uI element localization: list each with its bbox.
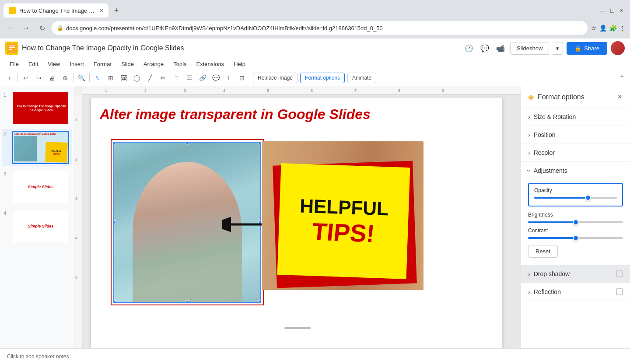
reload-btn[interactable]: ↻ xyxy=(36,22,48,34)
handle-ml[interactable] xyxy=(113,220,116,224)
position-label: Position xyxy=(534,131,623,138)
address-input[interactable]: 🔒 docs.google.com/presentation/d/1UEtKEn… xyxy=(52,21,588,35)
app-logo xyxy=(5,42,18,55)
svg-text:2: 2 xyxy=(75,157,77,161)
lock-icon: 🔒 xyxy=(574,45,581,52)
format-options-btn[interactable]: Format options xyxy=(300,73,345,83)
paint-format-btn[interactable]: ⊕ xyxy=(59,72,71,84)
contrast-slider-thumb[interactable] xyxy=(573,235,579,241)
tab-favicon xyxy=(9,7,16,14)
menu-edit[interactable]: Edit xyxy=(24,59,42,69)
list-btn[interactable]: ☰ xyxy=(183,72,196,84)
forward-btn[interactable]: → xyxy=(20,22,32,34)
back-btn[interactable]: ← xyxy=(4,22,17,34)
comments-icon[interactable]: 💬 xyxy=(479,42,491,54)
reset-button[interactable]: Reset xyxy=(528,245,558,258)
svg-text:1: 1 xyxy=(75,118,77,122)
recolor-chevron: › xyxy=(528,149,530,156)
brightness-slider-thumb[interactable] xyxy=(573,219,579,225)
contrast-slider-track[interactable] xyxy=(528,237,623,239)
undo-btn[interactable]: ↩ xyxy=(20,72,32,84)
add-btn[interactable]: + xyxy=(4,72,16,84)
user-avatar[interactable] xyxy=(611,41,625,55)
align-btn[interactable]: ≡ xyxy=(170,72,182,84)
handle-tc[interactable] xyxy=(186,142,189,144)
menu-extensions[interactable]: Extensions xyxy=(192,59,229,69)
zoom-btn[interactable]: 🔍 xyxy=(75,72,88,84)
drop-shadow-section: › Drop shadow xyxy=(521,265,630,283)
profile-icon[interactable]: 👤 xyxy=(599,24,607,32)
reflection-section: › Reflection xyxy=(521,283,630,301)
slide-thumb-3[interactable]: 3 Simple Slides xyxy=(2,168,72,205)
opacity-slider-track[interactable] xyxy=(534,197,617,199)
text-box-btn[interactable]: T xyxy=(223,72,235,84)
reflection-header[interactable]: › Reflection xyxy=(521,283,630,301)
redo-btn[interactable]: ↪ xyxy=(33,72,45,84)
speaker-notes[interactable]: Click to add speaker notes xyxy=(0,348,630,364)
menu-insert[interactable]: Insert xyxy=(65,59,88,69)
drop-shadow-header[interactable]: › Drop shadow xyxy=(521,265,630,283)
opacity-slider-thumb[interactable] xyxy=(585,195,591,201)
drop-shadow-checkbox[interactable] xyxy=(616,270,623,277)
maximize-btn[interactable]: □ xyxy=(610,7,614,14)
menu-arrange[interactable]: Arrange xyxy=(139,59,168,69)
handle-bc[interactable] xyxy=(186,300,189,303)
slideshow-dropdown[interactable]: ▾ xyxy=(553,42,563,55)
format-panel-header: ◈ Format options × xyxy=(521,86,630,108)
grid-btn[interactable]: ⊞ xyxy=(105,72,117,84)
drop-shadow-chevron: › xyxy=(528,270,530,277)
print-btn[interactable]: 🖨 xyxy=(46,72,58,84)
pencil-btn[interactable]: ✏ xyxy=(157,72,169,84)
svg-text:8: 8 xyxy=(398,88,400,93)
adjustments-header[interactable]: › Adjustments xyxy=(521,162,630,179)
video-icon[interactable]: 📹 xyxy=(494,42,507,54)
menu-view[interactable]: View xyxy=(43,59,64,69)
position-header[interactable]: › Position xyxy=(521,126,630,144)
line-btn[interactable]: ╱ xyxy=(144,72,156,84)
animate-btn[interactable]: Animate xyxy=(347,73,376,83)
puzzle-icon[interactable]: 🧩 xyxy=(609,24,617,32)
app-container: How to Change The Image Opacity in Googl… xyxy=(0,38,630,364)
menu-file[interactable]: File xyxy=(5,59,23,69)
menu-tools[interactable]: Tools xyxy=(169,59,191,69)
share-button[interactable]: 🔒 Share xyxy=(567,42,607,55)
menu-format[interactable]: Format xyxy=(89,59,116,69)
menu-slide[interactable]: Slide xyxy=(117,59,138,69)
slide-thumb-4[interactable]: 4 Simple Slides xyxy=(2,208,72,245)
new-tab-button[interactable]: + xyxy=(110,4,122,17)
replace-image-btn[interactable]: Replace image xyxy=(253,73,298,83)
reflection-checkbox[interactable] xyxy=(616,288,623,295)
minimize-btn[interactable]: — xyxy=(599,7,605,14)
handle-tl[interactable] xyxy=(113,142,116,144)
brightness-slider-track[interactable] xyxy=(528,221,623,223)
slideshow-button[interactable]: Slideshow xyxy=(510,42,549,55)
image-btn[interactable]: 🖼 xyxy=(118,72,130,84)
format-close-button[interactable]: × xyxy=(616,91,623,102)
crop-btn[interactable]: ⊡ xyxy=(236,72,248,84)
slide-thumb-1[interactable]: 1 How to Change The Image Opacity in Goo… xyxy=(2,90,72,126)
slide-thumb-2[interactable]: 2 Alter image transparent in Google Slid… xyxy=(2,129,72,166)
collapse-toolbar-btn[interactable]: ⌃ xyxy=(617,72,626,84)
bookmark-icon[interactable]: ☆ xyxy=(591,24,597,32)
recolor-header[interactable]: › Recolor xyxy=(521,144,630,161)
active-tab[interactable]: How to Change The Image Opac... × xyxy=(4,4,108,18)
divider-1 xyxy=(18,74,18,82)
history-icon[interactable]: 🕐 xyxy=(463,42,475,54)
size-rotation-header[interactable]: › Size & Rotation xyxy=(521,108,630,126)
select-btn[interactable]: ↖ xyxy=(91,72,104,84)
browser-chrome: How to Change The Image Opac... × + — □ … xyxy=(0,0,630,38)
position-section: › Position xyxy=(521,126,630,144)
menu-help[interactable]: Help xyxy=(229,59,250,69)
close-btn[interactable]: × xyxy=(620,7,623,14)
slide-title: Alter image transparent in Google Slides xyxy=(100,106,494,122)
handle-br[interactable] xyxy=(259,300,261,303)
canvas-area[interactable]: 1 2 3 4 5 6 7 8 9 1 2 3 4 5 xyxy=(74,86,521,348)
handle-tr[interactable] xyxy=(259,142,261,144)
more-icon[interactable]: ⋮ xyxy=(620,24,626,32)
link-btn[interactable]: 🔗 xyxy=(196,72,209,84)
svg-rect-3 xyxy=(9,49,12,50)
shapes-btn[interactable]: ◯ xyxy=(131,72,143,84)
handle-bl[interactable] xyxy=(113,300,116,303)
comment-btn[interactable]: 💬 xyxy=(210,72,222,84)
tab-close-btn[interactable]: × xyxy=(100,7,103,14)
